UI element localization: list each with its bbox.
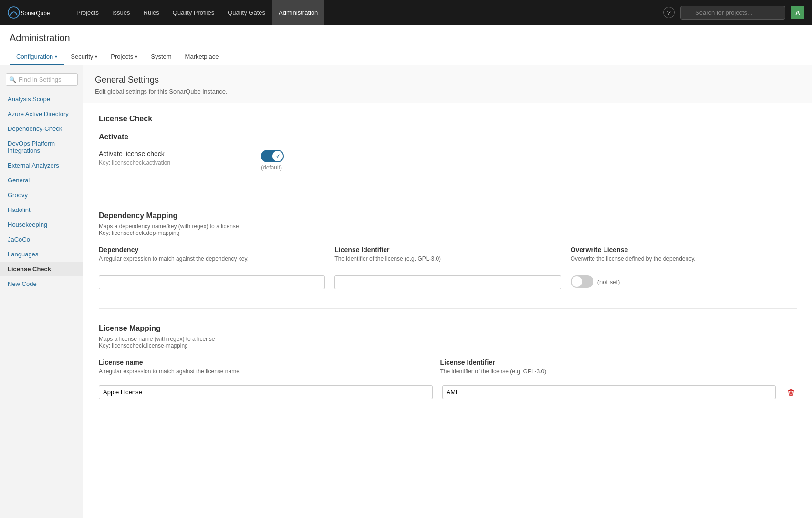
lic-mapping-header: License Mapping <box>99 324 797 333</box>
activate-section: Activate Activate license check Key: lic… <box>99 133 797 177</box>
caret-icon: ▾ <box>135 54 137 59</box>
activate-label: Activate license check Key: licensecheck… <box>99 150 242 166</box>
dep-license-id-input[interactable] <box>334 275 561 289</box>
sidebar-item-languages[interactable]: Languages <box>0 247 83 262</box>
page-header: Administration Configuration ▾ Security … <box>0 25 812 65</box>
dep-col-dep-header: Dependency <box>99 246 325 254</box>
sidebar-item-license-check[interactable]: License Check <box>0 262 83 276</box>
topnav-right: ? 🔍 A <box>663 6 804 20</box>
subnav-projects[interactable]: Projects ▾ <box>104 49 144 65</box>
topnav-links: Projects Issues Rules Quality Profiles Q… <box>70 0 663 25</box>
dep-mapping-meta: Maps a dependency name/key (with regex) … <box>99 223 797 236</box>
dep-col-dependency: Dependency A regular expression to match… <box>99 246 325 289</box>
sidebar-item-groovy[interactable]: Groovy <box>0 188 83 202</box>
lic-col-name: License name A regular expression to mat… <box>99 359 431 380</box>
divider <box>99 196 797 196</box>
logo[interactable]: SonarQube <box>8 6 60 19</box>
lic-col-name-desc: A regular expression to match against th… <box>99 368 431 375</box>
subnav-configuration[interactable]: Configuration ▾ <box>10 49 64 65</box>
dep-mapping-header: Dependency Mapping <box>99 211 797 220</box>
caret-icon: ▾ <box>55 54 57 59</box>
general-settings-desc: Edit global settings for this SonarQube … <box>95 88 801 95</box>
activate-label-text: Activate license check <box>99 150 242 158</box>
topnav: SonarQube Projects Issues Rules Quality … <box>0 0 812 25</box>
nav-rules[interactable]: Rules <box>137 0 166 25</box>
sidebar-item-housekeeping[interactable]: Housekeeping <box>0 217 83 232</box>
lic-col-name-header: License name <box>99 359 431 366</box>
nav-administration[interactable]: Administration <box>272 0 324 25</box>
search-input[interactable] <box>680 6 785 20</box>
lic-col-id-desc: The identifier of the license (e.g. GPL-… <box>440 368 772 375</box>
not-set-label: (not set) <box>597 278 620 285</box>
caret-icon: ▾ <box>95 54 97 59</box>
lic-col-actions <box>781 359 797 380</box>
overwrite-toggle[interactable] <box>571 275 593 288</box>
activate-row: Activate license check Key: licensecheck… <box>99 144 797 177</box>
sidebar-item-hadolint[interactable]: Hadolint <box>0 202 83 217</box>
sidebar-item-external-analyzers[interactable]: External Analyzers <box>0 158 83 173</box>
sidebar-search-input[interactable] <box>6 73 78 86</box>
dep-col-lic-id-desc: The identifier of the license (e.g. GPL-… <box>334 255 561 271</box>
nav-issues[interactable]: Issues <box>105 0 137 25</box>
toggle-default-label: (default) <box>261 164 282 171</box>
lic-map-columns: License name A regular expression to mat… <box>99 359 797 380</box>
toggle-knob-off <box>572 276 582 287</box>
dep-col-overwrite: Overwrite License Overwrite the license … <box>571 246 797 289</box>
sidebar-item-new-code[interactable]: New Code <box>0 276 83 291</box>
license-mapping-section: License Mapping Maps a license name (wit… <box>99 324 797 399</box>
dep-col-dep-desc: A regular expression to match against th… <box>99 255 325 271</box>
help-icon[interactable]: ? <box>663 7 675 18</box>
settings-content: License Check Activate Activate license … <box>83 103 812 430</box>
activate-control: ✓ (default) <box>261 150 284 171</box>
dep-overwrite-control: (not set) <box>571 275 797 288</box>
dep-dependency-input[interactable] <box>99 275 325 289</box>
activate-toggle[interactable]: ✓ <box>261 150 284 162</box>
page-title: Administration <box>10 32 802 43</box>
main-layout: 🔍 Analysis Scope Azure Active Directory … <box>0 65 812 518</box>
nav-quality-profiles[interactable]: Quality Profiles <box>166 0 221 25</box>
lic-id-input[interactable] <box>442 385 776 399</box>
sub-nav: Configuration ▾ Security ▾ Projects ▾ Sy… <box>10 49 802 65</box>
subnav-marketplace[interactable]: Marketplace <box>178 49 226 65</box>
search-wrapper: 🔍 <box>680 6 785 20</box>
lic-map-row <box>99 385 797 399</box>
general-settings-header: General Settings Edit global settings fo… <box>83 65 812 103</box>
dep-col-overwrite-header: Overwrite License <box>571 246 797 254</box>
activate-header: Activate <box>99 133 797 141</box>
dep-col-lic-id-header: License Identifier <box>334 246 561 254</box>
sidebar-item-analysis-scope[interactable]: Analysis Scope <box>0 92 83 106</box>
subnav-system[interactable]: System <box>144 49 178 65</box>
main-content: General Settings Edit global settings fo… <box>83 65 812 518</box>
dep-col-license-id: License Identifier The identifier of the… <box>334 246 561 289</box>
sidebar-item-general[interactable]: General <box>0 173 83 188</box>
activate-key: Key: licensecheck.activation <box>99 159 242 166</box>
sidebar-item-jacoco[interactable]: JaCoCo <box>0 232 83 247</box>
sidebar-item-devops[interactable]: DevOps Platform Integrations <box>0 136 83 158</box>
subnav-security[interactable]: Security ▾ <box>64 49 104 65</box>
toggle-knob: ✓ <box>272 151 283 161</box>
divider2 <box>99 308 797 309</box>
sidebar-item-azure-active-directory[interactable]: Azure Active Directory <box>0 106 83 121</box>
lic-col-id: License Identifier The identifier of the… <box>440 359 772 380</box>
nav-projects[interactable]: Projects <box>70 0 105 25</box>
lic-name-input[interactable] <box>99 385 433 399</box>
search-icon: 🔍 <box>9 76 16 83</box>
check-icon: ✓ <box>276 153 280 159</box>
general-settings-title: General Settings <box>95 75 801 85</box>
dep-col-overwrite-desc: Overwrite the license defined by the dep… <box>571 255 797 271</box>
sidebar-search-wrapper: 🔍 <box>6 73 78 86</box>
lic-mapping-meta: Maps a license name (with regex) to a li… <box>99 336 797 349</box>
sidebar-item-dependency-check[interactable]: Dependency-Check <box>0 121 83 136</box>
delete-row-button[interactable] <box>785 387 797 398</box>
dep-map-columns: Dependency A regular expression to match… <box>99 246 797 289</box>
dependency-mapping-section: Dependency Mapping Maps a dependency nam… <box>99 211 797 289</box>
svg-text:SonarQube: SonarQube <box>21 10 50 17</box>
lic-col-id-header: License Identifier <box>440 359 772 366</box>
sidebar: 🔍 Analysis Scope Azure Active Directory … <box>0 65 83 518</box>
nav-quality-gates[interactable]: Quality Gates <box>221 0 272 25</box>
avatar[interactable]: A <box>791 6 804 19</box>
license-check-title: License Check <box>99 115 797 123</box>
